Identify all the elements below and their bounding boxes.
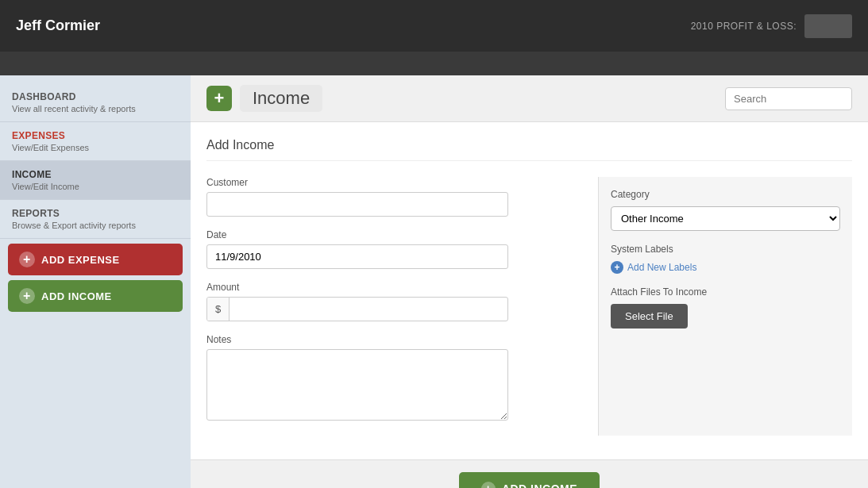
profit-loss-section: 2010 PROFIT & LOSS: — [691, 14, 852, 38]
add-expense-button[interactable]: + ADD EXPENSE — [8, 244, 183, 275]
sidebar-income-sub: View/Edit Income — [12, 182, 179, 191]
amount-input[interactable] — [230, 298, 507, 321]
customer-group: Customer — [206, 177, 558, 217]
content-area: + Income Add Income Customer Date — [191, 75, 868, 488]
sidebar-income-title: INCOME — [12, 169, 179, 180]
sidebar-expenses-sub: View/Edit Expenses — [12, 143, 179, 152]
profit-loss-label: 2010 PROFIT & LOSS: — [691, 21, 797, 32]
add-expense-plus-icon: + — [19, 252, 35, 267]
submit-plus-icon: + — [481, 482, 496, 488]
date-input[interactable] — [206, 244, 508, 269]
category-select[interactable]: Other Income Service Income Product Sale… — [611, 206, 840, 231]
add-income-plus-icon: + — [19, 288, 35, 304]
amount-group: Amount $ — [206, 282, 558, 321]
form-area: Add Income Customer Date Amount — [191, 122, 868, 459]
sidebar-dashboard-sub: View all recent activity & reports — [12, 104, 179, 113]
add-label-plus-icon: + — [611, 261, 623, 274]
content-header: + Income — [191, 75, 868, 122]
system-labels-title: System Labels — [611, 244, 840, 255]
header-add-button[interactable]: + — [206, 86, 232, 111]
amount-prefix: $ — [207, 298, 230, 321]
category-label: Category — [611, 189, 840, 200]
submit-label: ADD INCOME — [502, 482, 577, 488]
customer-input[interactable] — [206, 192, 508, 217]
search-input[interactable] — [725, 87, 852, 110]
submit-area: + ADD INCOME — [191, 459, 868, 488]
select-file-label: Select File — [625, 310, 673, 322]
title-area: + Income — [206, 85, 322, 112]
add-income-label: ADD INCOME — [41, 290, 112, 302]
sidebar-reports-sub: Browse & Export activity reports — [12, 221, 179, 230]
sidebar-reports-title: REPORTS — [12, 208, 179, 219]
attach-files-title: Attach Files To Income — [611, 286, 840, 298]
sidebar-item-expenses[interactable]: EXPENSES View/Edit Expenses — [0, 122, 191, 161]
profit-loss-button[interactable] — [804, 14, 852, 38]
select-file-button[interactable]: Select File — [611, 304, 688, 329]
sidebar-item-reports[interactable]: REPORTS Browse & Export activity reports — [0, 200, 191, 239]
topbar: Jeff Cormier 2010 PROFIT & LOSS: — [0, 0, 868, 52]
main-layout: DASHBOARD View all recent activity & rep… — [0, 75, 868, 488]
amount-wrapper: $ — [206, 297, 508, 321]
sidebar: DASHBOARD View all recent activity & rep… — [0, 75, 191, 488]
form-left: Customer Date Amount $ — [206, 177, 558, 436]
add-expense-label: ADD EXPENSE — [41, 254, 120, 266]
sidebar-item-income[interactable]: INCOME View/Edit Income — [0, 161, 191, 200]
amount-label: Amount — [206, 282, 558, 293]
add-new-labels-button[interactable]: + Add New Labels — [611, 261, 696, 274]
notes-textarea[interactable] — [206, 349, 508, 421]
form-body: Customer Date Amount $ — [206, 177, 852, 436]
submit-add-income-button[interactable]: + ADD INCOME — [459, 472, 600, 488]
date-label: Date — [206, 229, 558, 240]
subbar — [0, 52, 868, 75]
notes-label: Notes — [206, 334, 558, 345]
form-right: Category Other Income Service Income Pro… — [598, 177, 852, 436]
user-name: Jeff Cormier — [16, 17, 100, 34]
add-label-text: Add New Labels — [627, 262, 696, 273]
notes-group: Notes — [206, 334, 558, 423]
form-title: Add Income — [206, 138, 852, 161]
sidebar-dashboard-title: DASHBOARD — [12, 91, 179, 102]
page-title: Income — [240, 85, 322, 112]
date-group: Date — [206, 229, 558, 269]
add-income-sidebar-button[interactable]: + ADD INCOME — [8, 280, 183, 312]
sidebar-expenses-title: EXPENSES — [12, 130, 179, 141]
customer-label: Customer — [206, 177, 558, 188]
sidebar-item-dashboard[interactable]: DASHBOARD View all recent activity & rep… — [0, 83, 191, 122]
